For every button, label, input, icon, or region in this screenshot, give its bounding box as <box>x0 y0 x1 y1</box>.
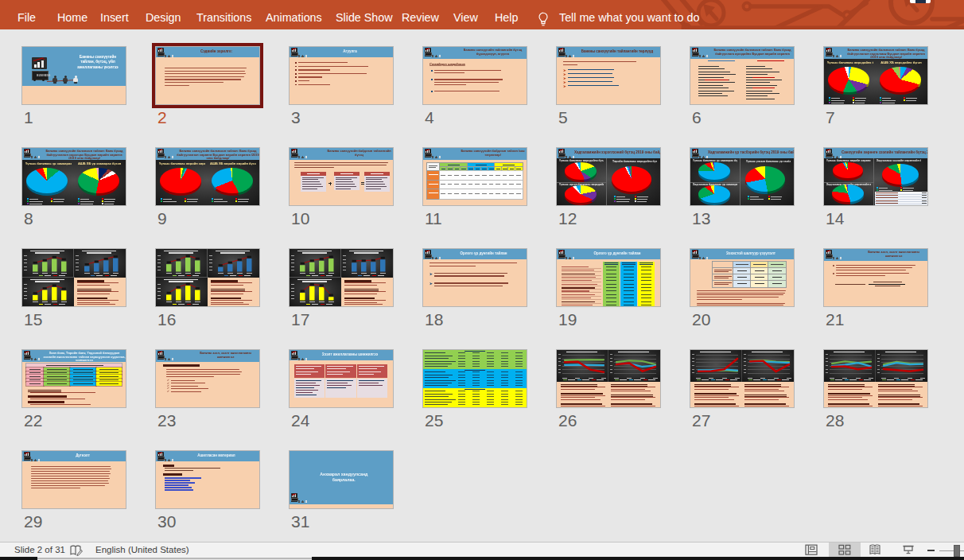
slide-number-31: 31 <box>291 513 309 530</box>
slide-number-26: 26 <box>558 412 577 429</box>
slide-thumbnail-2[interactable]: Сэдвийн зорилго: <box>156 47 259 104</box>
slide-thumbnail-31[interactable]: Анхаарал хандуулсанд баярлалаа. <box>290 451 393 508</box>
slide-thumbnail-28[interactable] <box>824 350 927 407</box>
menu-tab-slide-show[interactable]: Slide Show <box>336 11 393 24</box>
menu-bar: FileHomeInsertDesignTransitionsAnimation… <box>0 0 964 29</box>
slide-thumbnail-9[interactable]: Банкны санхүүгийн балансын тайлан: Банк … <box>156 148 259 205</box>
slide-thumbnail-8[interactable]: Банкны санхүүгийн балансын тайлан: Банк … <box>22 148 126 205</box>
pie-chart <box>828 67 869 92</box>
reading-view-button[interactable] <box>863 542 887 558</box>
slide-number-19: 19 <box>558 311 577 328</box>
slide-thumbnail-30[interactable]: Ашигласан материал <box>156 451 259 508</box>
proofing-icon[interactable] <box>70 545 83 556</box>
slide-number-21: 21 <box>826 311 844 328</box>
menu-tab-animations[interactable]: Animations <box>266 11 322 24</box>
tell-me-box[interactable]: Tell me what you want to do <box>559 11 699 24</box>
slide-thumbnail-20[interactable]: Зохистой шалгуур үзүүлэлт <box>690 249 794 306</box>
slide-thumbnail-5[interactable]: Банкны санхүүгийн тайлангийн төрлүүд➤➤➤➤… <box>557 47 660 104</box>
slide-1-cover-content: Банкны санхүүгийн тайлан, бүтэц, үйл ажи… <box>22 47 126 104</box>
pie-chart <box>212 168 253 193</box>
slide-title: Хадгаламжийн үр тасбэрийн бүтэц 2019 оны… <box>708 150 794 154</box>
slide-title: Банкны зээл, зээлт ажиллагааны шинжилгээ <box>192 352 259 359</box>
slide-title: Сэдвийн зорилго: <box>173 49 259 53</box>
menu-tab-design[interactable]: Design <box>146 11 181 24</box>
menu-tab-insert[interactable]: Insert <box>100 11 129 24</box>
slide-thumbnail-3[interactable]: Агуулга <box>290 47 393 104</box>
slide-29-para-content: Дүгнэлт <box>22 451 126 508</box>
slide-9-pies2-content: Банкны санхүүгийн балансын тайлан: Банк … <box>156 148 259 205</box>
slide-sorter-view-button[interactable] <box>829 542 861 558</box>
zoom-out-button[interactable] <box>927 550 935 551</box>
slide-title: Банкны санхүүгийн байдлын тайлан /сая тө… <box>459 150 527 157</box>
menu-tab-home[interactable]: Home <box>57 11 87 24</box>
slide-thumbnail-10[interactable]: Банкны санхүүгийн байдлын тайлангийн бүт… <box>290 148 393 205</box>
zoom-slider-handle[interactable] <box>954 545 960 557</box>
slide-number-2: 2 <box>157 109 167 126</box>
slide-number-7: 7 <box>826 109 835 126</box>
slide-thumbnail-17[interactable] <box>290 249 393 306</box>
slide-23-check-content: Банкны зээл, зээлт ажиллагааны шинжилгээ… <box>156 350 259 407</box>
slide-6-twocol-content: Банкны санхүүгийн балансын тайлан: Банк … <box>690 47 794 104</box>
slide-title: Банкны санхүүгийн балансын тайлан: Банк … <box>845 49 927 59</box>
slide-number-3: 3 <box>291 109 301 126</box>
slide-thumbnail-7[interactable]: Банкны санхүүгийн балансын тайлан: Банк … <box>824 47 927 104</box>
slide-24-grid6-content: Зээлт ажиллагааны шинжилгээ <box>290 350 393 407</box>
slide-thumbnail-26[interactable] <box>557 350 660 407</box>
slide-number-18: 18 <box>425 311 443 328</box>
slide-number-23: 23 <box>157 412 176 429</box>
pie-chart <box>698 162 730 180</box>
slide-title: Ашигласан материал <box>173 453 259 457</box>
slide-thumbnail-6[interactable]: Банкны санхүүгийн балансын тайлан: Банк … <box>690 47 794 104</box>
slide-thumbnail-15[interactable] <box>22 249 126 306</box>
slide-13-pies3-content: Хадгаламжийн үр тасбэрийн бүтэц 2019 оны… <box>690 148 794 205</box>
slide-thumbnail-22[interactable]: Хаан банк, Төрийн банк, Үндэсний банкууд… <box>22 350 126 407</box>
slide-title: Хаан банк, Төрийн банк, Үндэсний банкууд… <box>43 352 126 362</box>
slide-thumbnail-27[interactable] <box>690 350 794 407</box>
slide-thumbnail-29[interactable]: Дүгнэлт <box>22 451 126 508</box>
menu-tab-review[interactable]: Review <box>402 11 439 24</box>
pie-chart <box>745 166 785 192</box>
slide-22-ttable-content: Хаан банк, Төрийн банк, Үндэсний банкууд… <box>22 350 126 407</box>
slide-number-16: 16 <box>157 311 176 328</box>
slide-title: Банкны санхүүгийн балансын тайлан: Банк … <box>177 150 259 160</box>
menu-tab-view[interactable]: View <box>453 11 478 24</box>
slide-28-lines2-content <box>824 350 927 407</box>
pie-chart <box>882 164 919 185</box>
slide-thumbnail-13[interactable]: Хадгаламжийн үр тасбэрийн бүтэц 2019 оны… <box>690 148 794 205</box>
slide-2-para-content: Сэдвийн зорилго: <box>156 47 259 104</box>
slide-30-links-content: Ашигласан материал <box>156 451 259 508</box>
status-bar: Slide 2 of 31 English (United States) <box>0 542 964 558</box>
normal-view-button[interactable] <box>799 542 823 558</box>
language-indicator[interactable]: English (United States) <box>95 545 189 554</box>
slide-8-pies2-content: Банкны санхүүгийн балансын тайлан: Банк … <box>22 148 126 205</box>
menu-tab-help[interactable]: Help <box>495 11 518 24</box>
pie-chart <box>612 166 651 192</box>
menu-tab-file[interactable]: File <box>17 11 36 24</box>
slide-thumbnail-1[interactable]: Банкны санхүүгийн тайлан, бүтэц, үйл ажи… <box>22 47 126 104</box>
slide-thumbnail-16[interactable] <box>156 249 259 306</box>
lightbulb-icon <box>538 12 548 26</box>
slide-thumbnail-25[interactable] <box>423 350 527 407</box>
slide-thumbnail-12[interactable]: Хадгаламжийн хэрэглээний бүтэц 2019 оны … <box>557 148 660 205</box>
slide-title: Зээлт ажиллагааны шинжилгээ <box>307 352 393 356</box>
slide-show-view-button[interactable] <box>896 542 920 558</box>
slide-thumbnail-23[interactable]: Банкны зээл, зээлт ажиллагааны шинжилгээ… <box>156 350 259 407</box>
slide-thumbnail-18[interactable]: Орлого үр дүнгийн тайлан➤➤ <box>423 249 527 306</box>
slide-thumbnail-24[interactable]: Зээлт ажиллагааны шинжилгээ <box>290 350 393 407</box>
slide-thumbnail-19[interactable]: Орлого үр дүнгийн тайлан <box>557 249 660 306</box>
slide-thumbnail-11[interactable]: Банкны санхүүгийн байдлын тайлан /сая тө… <box>423 148 527 205</box>
slide-number-15: 15 <box>24 311 42 328</box>
slide-title: Агуулга <box>307 49 393 53</box>
window-badge-icon <box>910 0 931 3</box>
slide-thumbnail-4[interactable]: Банкны санхүүгийн тайлангийн бүтэц бүрэл… <box>423 47 527 104</box>
pie-chart <box>26 168 68 193</box>
slide-26-lines2-content <box>557 350 660 407</box>
slide-thumbnail-14[interactable]: Санхүүгийн хөрөнгө зээлийн тайлангийн бү… <box>824 148 927 205</box>
zoom-slider-track[interactable] <box>939 550 964 552</box>
menu-tab-transitions[interactable]: Transitions <box>196 11 251 24</box>
slide-title: Дүгнэлт <box>40 453 126 457</box>
slide-thumbnail-21[interactable]: Банкны зээл, зээлт ажиллагааны шинжилгээ <box>824 249 927 306</box>
slide-number-12: 12 <box>558 210 577 227</box>
slide-number-28: 28 <box>826 412 844 429</box>
slide-title: Зохистой шалгуур үзүүлэлт <box>708 251 794 255</box>
